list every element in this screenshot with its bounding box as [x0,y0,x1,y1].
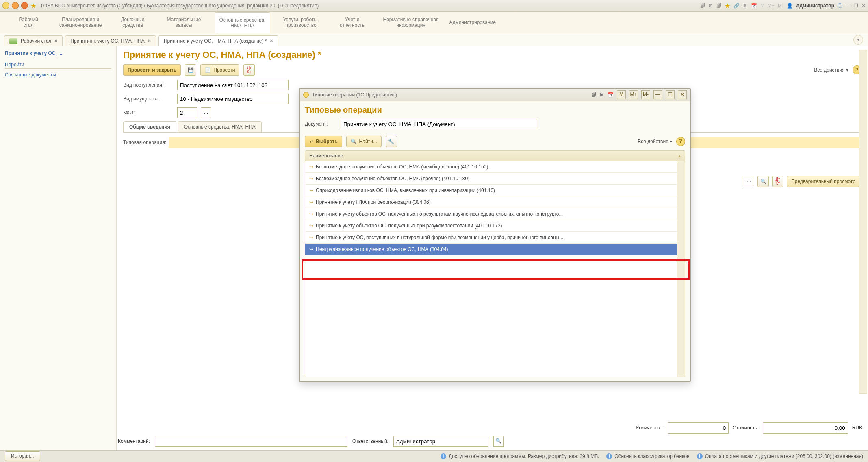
favorite-icon[interactable]: ★ [30,2,36,10]
star-icon[interactable]: ★ [725,2,730,10]
status-banks[interactable]: iОбновить классификатор банков [606,453,689,459]
list-header[interactable]: Наименование ▴ [305,151,685,161]
comment-input[interactable] [155,436,347,447]
dialog-doc-input[interactable] [341,119,537,129]
kfo-input[interactable] [177,107,197,118]
all-actions-menu[interactable]: Все действия ▾ [814,67,848,73]
dialog-titlebar[interactable]: Типовые операции (1С:Предприятие) 🗐 🖩 📅 … [300,89,690,101]
responsible-lookup[interactable]: 🔍 [493,436,504,447]
window-icon-1[interactable] [2,2,9,9]
m-plus-button[interactable]: M+ [768,3,775,9]
nav-desktop[interactable]: Рабочий стол [8,17,49,28]
list-item[interactable]: ↪Оприходование излишков ОС, НМА, выявлен… [305,185,677,196]
preview-button[interactable]: Предварительный просмотр [787,176,860,187]
nav-planning[interactable]: Планирование и санкционирование [59,17,102,28]
content-scrollbar[interactable] [859,50,867,394]
op-dtkt-icon[interactable]: Дт Кт [772,176,783,187]
dialog-help-icon[interactable]: ? [676,137,685,146]
dialog-all-actions[interactable]: Все действия ▾ [638,139,672,144]
close-icon[interactable]: ✕ [861,3,866,9]
list-item[interactable]: ↪Принятие к учету объектов ОС, полученны… [305,220,677,232]
nav-materials[interactable]: Материальные запасы [163,17,204,28]
nav-reference[interactable]: Нормативно-справочная информация [383,17,439,28]
maximize-icon[interactable]: ❐ [854,3,858,9]
dialog-doc-row: Документ: [305,119,685,129]
app-title: ГОБУ ВПО Университет искусств (Субсидия)… [41,3,319,9]
nav-fixed-assets[interactable]: Основные средства, НМА, НПА [215,12,270,33]
link-icon[interactable]: 🔗 [733,3,740,9]
side-title: Принятие к учету ОС, ... [5,50,111,56]
tab-close-icon[interactable]: × [148,38,151,44]
m-button[interactable]: M [617,90,626,99]
receipt-kind-label: Вид поступления: [123,82,174,88]
list-item[interactable]: ↪Принятие к учету объектов ОС, полученны… [305,208,677,220]
history-button[interactable]: История... [5,451,40,461]
nav-cash[interactable]: Денежные средства [112,17,153,28]
nav-admin[interactable]: Администрирование [449,20,496,25]
list-item[interactable]: ↪Принятие к учету НФА при реорганизации … [305,196,677,208]
m-plus-button[interactable]: M+ [629,90,638,99]
select-button[interactable]: ⤶ Выбрать [305,136,342,147]
item-text: Принятие к учету объектов ОС, полученных… [316,223,502,229]
tabs-overflow-icon[interactable]: ▾ [853,35,863,45]
current-user[interactable]: Администратор [796,3,834,9]
dialog-minimize-icon[interactable]: — [653,90,662,99]
window-icon-2[interactable] [12,2,19,9]
status-update[interactable]: iДоступно обновление программы. Размер д… [441,453,599,459]
sort-icon[interactable]: ▴ [678,153,681,159]
clear-search-icon[interactable]: 🔧 [386,136,397,147]
minimize-icon[interactable]: — [846,3,851,9]
m-minus-button[interactable]: M- [778,3,783,9]
tool-icon[interactable]: 🗐 [591,92,596,98]
window-icon-3[interactable] [21,2,28,9]
cost-value[interactable] [763,422,848,434]
tool-icon[interactable]: 🗐 [716,3,721,9]
dtkt-icon[interactable]: Дт Кт [243,64,255,76]
tab-close-icon[interactable]: × [270,38,273,44]
list-item[interactable]: ↪Безвозмездное получение объектов ОС, НМ… [305,173,677,185]
tool-icon[interactable]: 🗎 [708,3,713,9]
app-logo-icon [303,92,309,98]
dialog-close-icon[interactable]: ✕ [678,90,687,99]
receipt-kind-input[interactable] [177,80,289,90]
nav-services[interactable]: Услуги, работы, производство [281,17,321,28]
m-button[interactable]: M [760,3,764,9]
find-button[interactable]: 🔍 Найти... [346,136,382,147]
conduct-button[interactable]: 📄 Провести [200,64,239,76]
item-icon: ↪ [309,211,313,217]
list-item[interactable]: ↪Безвозмездное получение объектов ОС, НМ… [305,161,677,173]
tab-os-create[interactable]: Принятие к учету ОС, НМА, НПА (создание)… [158,35,278,46]
document-toolbar: Провести и закрыть 💾 📄 Провести Дт Кт Вс… [123,64,861,76]
item-text: Безвозмездное получение объектов ОС, НМА… [316,176,469,181]
list-scrollbar[interactable] [677,161,685,377]
calendar-icon[interactable]: 📅 [751,3,757,9]
op-lookup-button[interactable]: ... [744,176,754,186]
tab-os-list[interactable]: Принятия к учету ОС, НМА, НПА × [65,35,156,46]
kfo-lookup-button[interactable]: ... [201,107,211,118]
calc-icon[interactable]: 🖩 [599,92,604,98]
m-minus-button[interactable]: M- [641,90,650,99]
tab-close-icon[interactable]: × [54,38,57,44]
conduct-close-button[interactable]: Провести и закрыть [123,64,181,76]
tool-icon[interactable]: 🗐 [700,3,705,9]
tab-os-nma[interactable]: Основные средства, НМА, НПА [178,121,262,132]
save-icon[interactable]: 💾 [185,64,196,76]
dialog-maximize-icon[interactable]: ❐ [666,90,675,99]
nav-accounting[interactable]: Учет и отчетность [332,17,373,28]
calendar-icon[interactable]: 📅 [608,92,614,98]
tab-desktop[interactable]: Рабочий стол × [4,35,63,46]
info-icon[interactable]: ⓘ [838,2,842,9]
property-kind-input[interactable] [177,94,289,104]
list-item[interactable]: ↪Принятие к учету ОС, поступивших в нату… [305,232,677,244]
qty-value[interactable] [668,422,729,434]
tab-general[interactable]: Общие сведения [123,121,176,132]
list-item-selected[interactable]: ↪Централизованное получение объектов ОС,… [305,244,677,255]
calc-icon[interactable]: 🖩 [743,3,748,9]
op-search-icon[interactable]: 🔍 [757,176,769,187]
side-link-related-docs[interactable]: Связанные документы [5,72,111,78]
responsible-input[interactable] [393,436,488,447]
find-label: Найти... [359,139,377,144]
status-payments[interactable]: iОплата поставщикам и другие платежи (20… [697,453,863,459]
cost-label: Стоимость: [733,425,758,431]
dialog-toolbar: ⤶ Выбрать 🔍 Найти... 🔧 Все действия ▾ ? [305,136,685,147]
